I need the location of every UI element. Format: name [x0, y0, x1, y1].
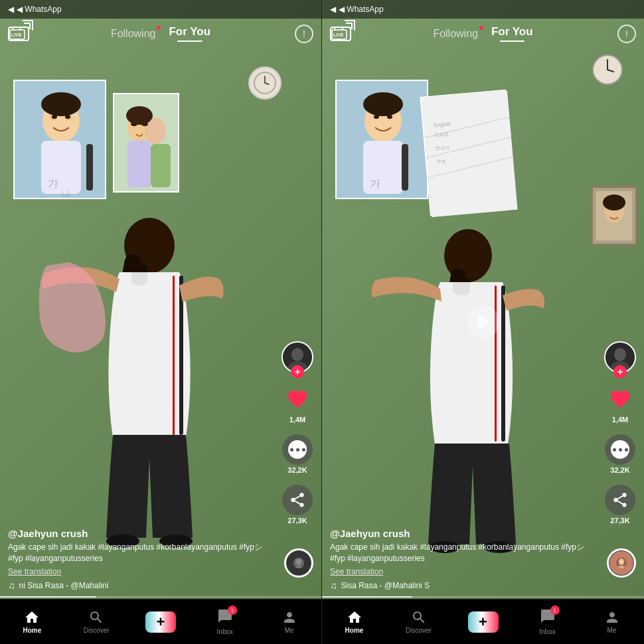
- avatar-plus-left[interactable]: +: [291, 365, 304, 378]
- poster-left-main: 가 나: [13, 80, 106, 199]
- picture-frame-right: [591, 186, 637, 246]
- avatar-plus-right[interactable]: +: [613, 365, 627, 378]
- svg-rect-57: [422, 90, 518, 217]
- play-overlay-right[interactable]: [467, 305, 500, 339]
- whatsapp-back-right[interactable]: ◀ ◀ WhatsApp: [330, 5, 384, 14]
- nav-discover-right[interactable]: Discover: [386, 609, 451, 634]
- svg-rect-21: [151, 144, 171, 187]
- share-button-left[interactable]: 27,3K: [282, 485, 313, 524]
- nav-inbox-right[interactable]: 1 Inbox: [515, 608, 580, 635]
- svg-text:中文: 中文: [437, 159, 447, 164]
- see-translation-right[interactable]: See translation: [330, 567, 598, 576]
- music-disc-right: [607, 548, 636, 578]
- live-badge-right: LIVE: [330, 27, 351, 41]
- avatar-container-right[interactable]: +: [604, 341, 636, 373]
- progress-bar-right[interactable]: [322, 596, 644, 598]
- svg-text:가: 가: [48, 178, 58, 189]
- play-triangle-right: [478, 314, 491, 330]
- share-icon-left: [282, 485, 313, 515]
- music-note-icon-right: ♫: [330, 580, 337, 591]
- discover-icon-left: [88, 609, 104, 625]
- live-icon-right: LIVE: [330, 27, 351, 41]
- following-dot-left: [157, 26, 161, 30]
- right-actions-left: + 1,4M 32,2K: [282, 341, 313, 524]
- svg-rect-24: [173, 276, 175, 435]
- svg-text:나: 나: [61, 189, 70, 199]
- whatsapp-label-right: ◀ WhatsApp: [339, 5, 384, 14]
- top-nav-right: LIVE Following For You !: [322, 19, 644, 48]
- nav-home-left[interactable]: Home: [0, 609, 64, 634]
- share-icon-right: [605, 485, 635, 515]
- clock-right: [591, 53, 624, 86]
- username-left[interactable]: @Jaehyun crush: [8, 528, 275, 539]
- nav-me-right[interactable]: Me: [580, 609, 644, 634]
- comment-icon-left: [282, 434, 313, 465]
- nav-following-right[interactable]: Following: [433, 28, 478, 40]
- comment-count-left: 32,2K: [287, 466, 307, 474]
- left-phone-panel: ◀ ◀ WhatsApp: [0, 0, 322, 644]
- progress-fill-left: [0, 596, 96, 598]
- bottom-info-right: @Jaehyun crush Agak cape sih jadi kakak …: [330, 528, 598, 591]
- nav-home-right[interactable]: Home: [322, 609, 386, 634]
- like-count-left: 1,4M: [289, 416, 305, 424]
- nav-foryou-right[interactable]: For You: [491, 25, 533, 42]
- alert-icon-left[interactable]: !: [295, 25, 313, 43]
- music-info-left: ♫ ni Sisa Rasa - @Mahalini: [8, 580, 275, 591]
- nav-following-left[interactable]: Following: [111, 28, 156, 40]
- me-icon-right: [604, 609, 620, 625]
- nav-me-left[interactable]: Me: [257, 609, 321, 634]
- nav-add-left[interactable]: +: [129, 611, 193, 633]
- comment-button-right[interactable]: 32,2K: [605, 434, 635, 474]
- whatsapp-back-left[interactable]: ◀ ◀ WhatsApp: [8, 5, 62, 14]
- nav-inbox-label-left: Inbox: [217, 628, 233, 635]
- music-text-right: Sisa Rasa - @Mahalini S: [341, 581, 430, 590]
- heart-icon-right: [605, 384, 635, 414]
- comment-count-right: 32,2K: [610, 466, 629, 474]
- clock-left: [248, 66, 282, 100]
- see-translation-left[interactable]: See translation: [8, 567, 275, 576]
- svg-point-19: [126, 106, 153, 125]
- music-disc-left: [284, 548, 313, 578]
- plus-button-left[interactable]: +: [145, 611, 176, 633]
- svg-rect-55: [402, 144, 408, 191]
- progress-bar-left[interactable]: [0, 596, 321, 598]
- svg-point-32: [291, 348, 303, 361]
- nav-inbox-left[interactable]: 1 Inbox: [193, 608, 257, 635]
- plus-button-right[interactable]: +: [468, 611, 499, 633]
- svg-text:가: 가: [370, 178, 380, 189]
- nav-home-label-left: Home: [23, 627, 42, 634]
- svg-rect-20: [127, 141, 151, 187]
- avatar-container-left[interactable]: +: [282, 341, 313, 373]
- poster-left-right-panel: 가: [335, 80, 428, 199]
- me-icon-left: [282, 609, 297, 625]
- nav-add-right[interactable]: +: [451, 611, 515, 633]
- nav-discover-left[interactable]: Discover: [64, 609, 129, 634]
- heart-icon-left: [282, 384, 313, 414]
- nav-foryou-left[interactable]: For You: [169, 25, 210, 42]
- live-icon-left: LIVE: [8, 27, 29, 41]
- nav-discover-label-right: Discover: [406, 627, 432, 634]
- like-button-left[interactable]: 1,4M: [282, 384, 313, 424]
- home-icon-right: [347, 609, 362, 625]
- back-arrow-right: ◀: [330, 5, 336, 14]
- share-count-left: 27,3K: [287, 517, 307, 524]
- svg-rect-54: [363, 141, 403, 194]
- svg-rect-10: [41, 141, 81, 194]
- svg-point-81: [619, 559, 624, 565]
- following-dot-right: [479, 26, 483, 30]
- svg-point-9: [41, 92, 81, 116]
- share-button-right[interactable]: 27,3K: [605, 485, 635, 524]
- username-right[interactable]: @Jaehyun crush: [330, 528, 598, 539]
- alert-icon-right[interactable]: !: [617, 25, 636, 43]
- bottom-info-left: @Jaehyun crush Agak cape sih jadi kakak …: [8, 528, 275, 591]
- music-info-right: ♫ Sisa Rasa - @Mahalini S: [330, 580, 598, 591]
- status-bar-left: ◀ ◀ WhatsApp: [0, 0, 321, 19]
- comment-button-left[interactable]: 32,2K: [282, 434, 313, 474]
- share-count-right: 27,3K: [610, 517, 629, 524]
- inbox-badge-right: 1: [540, 608, 556, 627]
- home-icon-left: [24, 609, 40, 625]
- bottom-nav-left: Home Discover + 1 Inbox Me: [0, 599, 321, 644]
- svg-text:LIVE: LIVE: [11, 33, 22, 37]
- status-bar-right: ◀ ◀ WhatsApp: [322, 0, 644, 19]
- like-button-right[interactable]: 1,4M: [605, 384, 635, 424]
